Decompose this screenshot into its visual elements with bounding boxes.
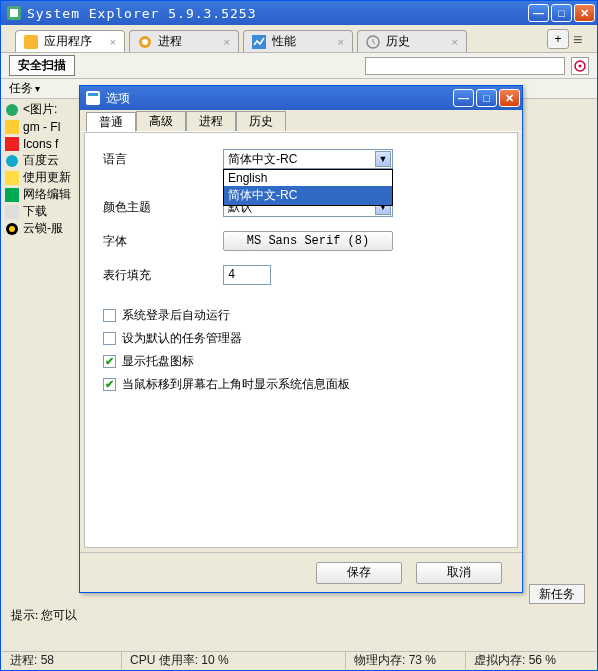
tab-label: 历史 — [386, 33, 410, 50]
search-input[interactable] — [365, 57, 565, 75]
safe-scan-button[interactable]: 安全扫描 — [9, 55, 75, 76]
status-cpu: CPU 使用率: 10 % — [122, 652, 346, 669]
tab-close-icon[interactable]: × — [338, 36, 344, 48]
tab-label: 进程 — [158, 33, 182, 50]
app-icon — [7, 6, 21, 20]
dialog-body: 语言 简体中文-RC ▼ English 简体中文-RC 颜色主题 默认 ▼ 字… — [84, 132, 518, 548]
svg-rect-19 — [88, 93, 98, 96]
list-item[interactable]: 百度云 — [5, 152, 75, 169]
dialog-minimize-button[interactable]: — — [453, 89, 474, 107]
checkbox-icon — [103, 332, 116, 345]
svg-rect-1 — [10, 9, 18, 17]
svg-point-12 — [6, 155, 18, 167]
tab-apps[interactable]: 应用程序 × — [15, 30, 125, 52]
tasks-label: 任务 — [9, 80, 33, 97]
chevron-down-icon: ▾ — [35, 83, 40, 94]
list-item[interactable]: gm - Fl — [5, 118, 75, 135]
close-button[interactable]: ✕ — [574, 4, 595, 22]
svg-point-8 — [579, 64, 582, 67]
svg-rect-2 — [24, 35, 38, 49]
dialog-titlebar: 选项 — □ ✕ — [80, 86, 522, 110]
svg-rect-11 — [5, 137, 19, 151]
tab-close-icon[interactable]: × — [110, 36, 116, 48]
tab-history[interactable]: 历史 × — [357, 30, 467, 52]
font-label: 字体 — [103, 233, 223, 250]
font-button[interactable]: MS Sans Serif (8) — [223, 231, 393, 251]
maximize-button[interactable]: □ — [551, 4, 572, 22]
tab-strip: 应用程序 × 进程 × 性能 × 历史 × + ≡ — [1, 25, 597, 53]
dialog-tab-general[interactable]: 普通 — [86, 112, 136, 132]
status-vmem: 虚拟内存: 56 % — [466, 652, 596, 669]
chevron-down-icon: ▼ — [375, 151, 391, 167]
language-combo[interactable]: 简体中文-RC ▼ — [223, 149, 393, 169]
svg-rect-14 — [5, 188, 19, 202]
tab-performance[interactable]: 性能 × — [243, 30, 353, 52]
dialog-icon — [86, 91, 100, 105]
hamburger-menu-icon[interactable]: ≡ — [573, 31, 591, 49]
list-item[interactable]: 使用更新 — [5, 169, 75, 186]
language-option-english[interactable]: English — [224, 170, 392, 186]
list-item[interactable]: <图片: — [5, 101, 75, 118]
tab-close-icon[interactable]: × — [452, 36, 458, 48]
list-item[interactable]: 下载 — [5, 203, 75, 220]
window-title: System Explorer 5.9.3.5253 — [27, 6, 528, 21]
minimize-button[interactable]: — — [528, 4, 549, 22]
row-padding-input[interactable] — [223, 265, 271, 285]
list-item[interactable]: 网络编辑 — [5, 186, 75, 203]
perf-icon — [252, 35, 266, 49]
language-dropdown: English 简体中文-RC — [223, 169, 393, 206]
svg-rect-13 — [5, 171, 19, 185]
tray-icon-checkbox[interactable]: ✔ 显示托盘图标 — [103, 353, 499, 370]
apps-icon — [24, 35, 38, 49]
svg-point-17 — [9, 226, 15, 232]
tab-label: 应用程序 — [44, 33, 92, 50]
dialog-tab-advanced[interactable]: 高级 — [136, 111, 186, 131]
svg-point-9 — [6, 104, 18, 116]
tab-label: 性能 — [272, 33, 296, 50]
theme-label: 颜色主题 — [103, 199, 223, 216]
main-titlebar: System Explorer 5.9.3.5253 — □ ✕ — [1, 1, 597, 25]
add-tab-button[interactable]: + — [547, 29, 569, 49]
checkbox-icon: ✔ — [103, 355, 116, 368]
tab-close-icon[interactable]: × — [224, 36, 230, 48]
dialog-tab-history[interactable]: 历史 — [236, 111, 286, 131]
dialog-close-button[interactable]: ✕ — [499, 89, 520, 107]
dialog-footer: 保存 取消 — [80, 552, 522, 592]
dialog-title: 选项 — [106, 90, 453, 107]
status-processes: 进程: 58 — [2, 652, 122, 669]
save-button[interactable]: 保存 — [316, 562, 402, 584]
dialog-tabs: 普通 高级 进程 历史 — [80, 110, 522, 132]
status-mem: 物理内存: 73 % — [346, 652, 466, 669]
dialog-tab-process[interactable]: 进程 — [186, 111, 236, 131]
toolbar: 安全扫描 — [1, 53, 597, 79]
target-icon[interactable] — [571, 57, 589, 75]
list-item[interactable]: 云锁-服 — [5, 220, 75, 237]
status-bar: 进程: 58 CPU 使用率: 10 % 物理内存: 73 % 虚拟内存: 56… — [2, 651, 596, 669]
process-icon — [138, 35, 152, 49]
checkbox-icon: ✔ — [103, 378, 116, 391]
language-label: 语言 — [103, 151, 223, 168]
options-dialog: 选项 — □ ✕ 普通 高级 进程 历史 语言 简体中文-RC ▼ En — [79, 85, 523, 593]
checkbox-icon — [103, 309, 116, 322]
cancel-button[interactable]: 取消 — [416, 562, 502, 584]
history-icon — [366, 35, 380, 49]
hint-text: 提示: 您可以 — [11, 607, 77, 624]
new-task-button[interactable]: 新任务 — [529, 584, 585, 604]
svg-point-4 — [142, 39, 148, 45]
task-list: <图片: gm - Fl Icons f 百度云 使用更新 网络编辑 下载 云锁… — [5, 101, 75, 237]
default-taskmgr-checkbox[interactable]: 设为默认的任务管理器 — [103, 330, 499, 347]
list-item[interactable]: Icons f — [5, 135, 75, 152]
svg-rect-15 — [5, 205, 19, 219]
autostart-checkbox[interactable]: 系统登录后自动运行 — [103, 307, 499, 324]
corner-panel-checkbox[interactable]: ✔ 当鼠标移到屏幕右上角时显示系统信息面板 — [103, 376, 499, 393]
padding-label: 表行填充 — [103, 267, 223, 284]
svg-rect-10 — [5, 120, 19, 134]
language-option-zh[interactable]: 简体中文-RC — [224, 186, 392, 205]
tab-processes[interactable]: 进程 × — [129, 30, 239, 52]
dialog-maximize-button[interactable]: □ — [476, 89, 497, 107]
